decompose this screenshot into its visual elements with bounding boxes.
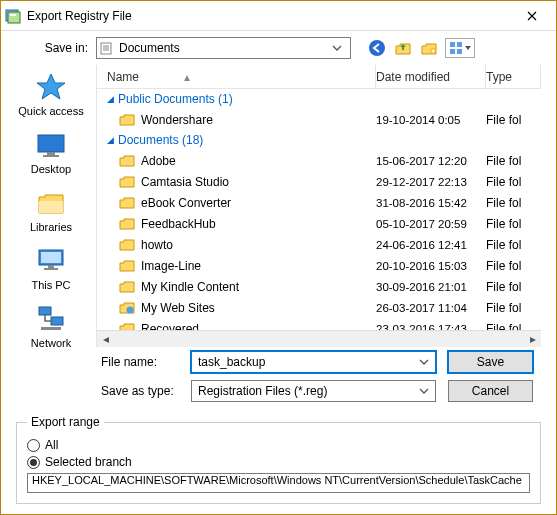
regedit-icon: [5, 8, 21, 24]
filename-input[interactable]: task_backup: [191, 351, 436, 373]
file-row[interactable]: FeedbackHub05-10-2017 20:59File fol: [97, 213, 541, 234]
svg-rect-17: [44, 268, 58, 270]
file-row[interactable]: Adobe15-06-2017 12:20File fol: [97, 150, 541, 171]
file-list[interactable]: ◢Public Documents (1)Wondershare19-10-20…: [97, 89, 541, 330]
file-row[interactable]: Wondershare19-10-2014 0:05File fol: [97, 109, 541, 130]
back-button[interactable]: [367, 38, 387, 58]
save-button[interactable]: Save: [448, 351, 533, 373]
view-menu-button[interactable]: [445, 38, 475, 58]
network-icon: [35, 303, 67, 335]
svg-rect-6: [450, 42, 455, 47]
sidebar-desktop[interactable]: Desktop: [11, 125, 91, 179]
file-name: howto: [141, 238, 376, 252]
up-one-level-button[interactable]: [393, 38, 413, 58]
folder-icon: [119, 216, 135, 232]
radio-icon: [27, 456, 40, 469]
radio-all[interactable]: All: [27, 438, 530, 452]
libraries-icon: [35, 187, 67, 219]
saveastype-label: Save as type:: [101, 384, 191, 398]
scroll-right-button[interactable]: ▸: [524, 331, 541, 348]
filename-label: File name:: [101, 355, 191, 369]
file-row[interactable]: My Web Sites26-03-2017 11:04File fol: [97, 297, 541, 318]
collapse-icon: ◢: [107, 94, 114, 104]
column-date[interactable]: Date modified: [376, 65, 486, 88]
svg-rect-16: [48, 265, 54, 268]
file-row[interactable]: My Kindle Content30-09-2016 21:01File fo…: [97, 276, 541, 297]
folder-icon: [119, 237, 135, 253]
file-date: 24-06-2016 12:41: [376, 239, 486, 251]
svg-rect-10: [38, 135, 64, 152]
radio-selected-branch[interactable]: Selected branch: [27, 455, 530, 469]
column-name[interactable]: Name▴: [97, 65, 376, 88]
chevron-down-icon: [332, 45, 348, 51]
scroll-left-button[interactable]: ◂: [97, 331, 114, 348]
svg-rect-19: [51, 317, 63, 325]
svg-point-21: [127, 306, 134, 313]
save-in-row: Save in: Documents: [1, 31, 556, 65]
chevron-down-icon: [419, 388, 429, 394]
svg-point-4: [369, 40, 385, 56]
sort-indicator-icon: ▴: [184, 70, 190, 84]
chevron-down-icon: [419, 359, 429, 365]
file-date: 19-10-2014 0:05: [376, 114, 486, 126]
file-date: 15-06-2017 12:20: [376, 155, 486, 167]
file-name: Image-Line: [141, 259, 376, 273]
file-date: 26-03-2017 11:04: [376, 302, 486, 314]
svg-rect-2: [10, 14, 16, 16]
new-folder-button[interactable]: [419, 38, 439, 58]
column-headers[interactable]: Name▴ Date modified Type: [97, 65, 541, 89]
branch-path-input[interactable]: HKEY_LOCAL_MACHINE\SOFTWARE\Microsoft\Wi…: [27, 473, 530, 493]
save-in-value: Documents: [119, 41, 332, 55]
group-header[interactable]: ◢Documents (18): [97, 130, 541, 150]
file-date: 29-12-2017 22:13: [376, 176, 486, 188]
folder-icon: [119, 174, 135, 190]
desktop-icon: [35, 129, 67, 161]
sidebar-libraries[interactable]: Libraries: [11, 183, 91, 237]
column-type[interactable]: Type: [486, 65, 541, 88]
file-row[interactable]: Camtasia Studio29-12-2017 22:13File fol: [97, 171, 541, 192]
export-range-group: Export range All Selected branch HKEY_LO…: [16, 415, 541, 504]
file-date: 31-08-2016 15:42: [376, 197, 486, 209]
file-type: File fol: [486, 238, 541, 252]
radio-icon: [27, 439, 40, 452]
svg-rect-12: [43, 155, 59, 157]
file-type: File fol: [486, 280, 541, 294]
svg-rect-20: [41, 327, 61, 330]
file-name: Recovered: [141, 322, 376, 331]
file-name: eBook Converter: [141, 196, 376, 210]
close-button[interactable]: [512, 2, 552, 30]
file-type: File fol: [486, 175, 541, 189]
sidebar-network[interactable]: Network: [11, 299, 91, 353]
horizontal-scrollbar[interactable]: ◂ ▸: [97, 330, 541, 347]
cancel-button[interactable]: Cancel: [448, 380, 533, 402]
file-name: Camtasia Studio: [141, 175, 376, 189]
save-in-dropdown[interactable]: Documents: [96, 37, 351, 59]
file-name: My Kindle Content: [141, 280, 376, 294]
file-name: FeedbackHub: [141, 217, 376, 231]
group-header[interactable]: ◢Public Documents (1): [97, 89, 541, 109]
file-row[interactable]: Image-Line20-10-2016 15:03File fol: [97, 255, 541, 276]
file-type: File fol: [486, 113, 541, 127]
file-row[interactable]: howto24-06-2016 12:41File fol: [97, 234, 541, 255]
documents-icon: [99, 40, 115, 56]
file-row[interactable]: eBook Converter31-08-2016 15:42File fol: [97, 192, 541, 213]
titlebar: Export Registry File: [1, 1, 556, 31]
sidebar-quick-access[interactable]: Quick access: [11, 67, 91, 121]
file-type: File fol: [486, 322, 541, 331]
file-type: File fol: [486, 301, 541, 315]
window-title: Export Registry File: [27, 9, 512, 23]
export-registry-dialog: Export Registry File Save in: Documents: [0, 0, 557, 515]
file-pane: Name▴ Date modified Type ◢Public Documen…: [96, 65, 541, 347]
file-row[interactable]: Recovered23-03-2016 17:43File fol: [97, 318, 541, 330]
svg-rect-13: [39, 201, 63, 213]
folder-icon: [119, 258, 135, 274]
svg-rect-1: [8, 12, 20, 23]
svg-rect-7: [457, 42, 462, 47]
saveastype-dropdown[interactable]: Registration Files (*.reg): [191, 380, 436, 402]
sidebar-this-pc[interactable]: This PC: [11, 241, 91, 295]
file-date: 05-10-2017 20:59: [376, 218, 486, 230]
toolbar-icons: [367, 38, 475, 58]
file-type: File fol: [486, 196, 541, 210]
svg-rect-11: [47, 152, 55, 155]
svg-rect-15: [41, 252, 61, 263]
